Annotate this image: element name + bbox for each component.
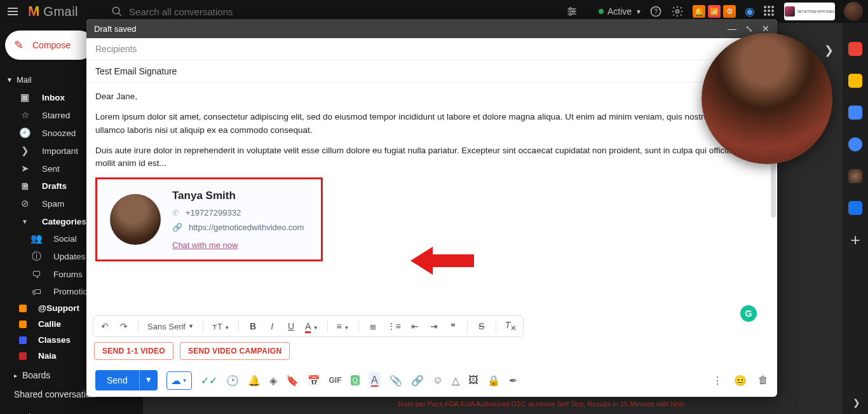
caret-right-icon: ▸ xyxy=(14,372,17,379)
compose-header[interactable]: Draft saved — ⤡ ✕ xyxy=(86,19,777,38)
collapse-panel-icon[interactable]: ❯ xyxy=(853,397,860,408)
label-color-icon xyxy=(19,321,27,328)
insert-image-icon[interactable]: 🖼 xyxy=(468,375,478,386)
extension-face-icon[interactable]: 😐 xyxy=(734,375,747,387)
signature-chat-link[interactable]: Chat with me now xyxy=(172,239,304,252)
email-paragraph: Duis aute irure dolor in reprehenderit i… xyxy=(95,144,768,170)
font-size-button[interactable]: ᴛT ▼ xyxy=(212,322,229,331)
gif-icon[interactable]: GIF xyxy=(329,376,342,385)
reminder-icon[interactable]: 🔔 xyxy=(248,375,261,387)
gmail-addon-icon[interactable] xyxy=(848,42,862,56)
subject-field[interactable]: Test Email Signature xyxy=(86,60,777,83)
gmail-m-icon: M xyxy=(28,3,39,20)
sent-icon: ➤ xyxy=(19,163,31,174)
keep-icon[interactable] xyxy=(848,74,862,88)
settings-icon[interactable] xyxy=(671,5,684,18)
bulleted-list-button[interactable]: ⋮≡ xyxy=(387,321,401,331)
drive-icon[interactable]: △ xyxy=(452,375,459,387)
send-more-options[interactable]: ▼ xyxy=(139,370,158,390)
insert-link-icon[interactable]: 🔗 xyxy=(411,375,424,387)
minimize-icon[interactable]: — xyxy=(728,24,736,34)
sidebar-item-label: Important xyxy=(42,146,78,156)
inbox-icon: ▣ xyxy=(19,92,31,103)
attach-icon[interactable]: 📎 xyxy=(390,375,402,387)
sidebar-item-label: @Support xyxy=(38,303,79,313)
extension-q-icon[interactable]: Q xyxy=(351,375,360,385)
emoji-icon[interactable]: ☺ xyxy=(433,375,443,386)
remove-formatting-button[interactable]: T✕ xyxy=(505,320,517,333)
close-icon[interactable]: ✕ xyxy=(762,24,770,34)
signature-edit-icon[interactable]: ✒ xyxy=(509,375,517,387)
account-avatar[interactable] xyxy=(844,2,863,21)
underline-button[interactable]: U xyxy=(286,321,296,331)
cloudhq-icon[interactable]: ☁ ▼ xyxy=(166,371,192,390)
pencil-icon: ✎ xyxy=(14,38,24,52)
extension-globe-icon[interactable]: ◉ xyxy=(745,4,755,18)
ext-chart-icon[interactable]: 📶 xyxy=(708,5,721,18)
indent-more-button[interactable]: ⇥ xyxy=(429,321,439,331)
send-video-campaign-button[interactable]: SEND VIDEO CAMPAIGN xyxy=(180,342,290,360)
chat-status[interactable]: Active ▼ xyxy=(599,6,642,17)
ext-bell-icon[interactable]: 🔔 xyxy=(693,5,705,18)
fullscreen-icon[interactable]: ⤡ xyxy=(745,24,753,34)
indent-less-button[interactable]: ⇤ xyxy=(410,321,420,331)
align-button[interactable]: ≡ ▼ xyxy=(337,321,349,331)
support-icon[interactable]: ? xyxy=(649,5,662,18)
compose-header-title: Draft saved xyxy=(94,24,136,34)
italic-button[interactable]: I xyxy=(267,321,277,331)
sidebar-item-label: Drafts xyxy=(42,181,67,191)
svg-point-7 xyxy=(569,13,571,15)
quote-button[interactable]: ❝ xyxy=(448,321,458,331)
search-input[interactable] xyxy=(129,6,383,17)
search-icon[interactable] xyxy=(111,6,123,17)
redo-button[interactable]: ↷ xyxy=(119,321,129,331)
compose-button[interactable]: ✎ Compose xyxy=(5,31,94,60)
signature-phone: +19727299332 xyxy=(186,207,241,219)
compose-action-bar: Send ▼ ☁ ▼ ✓✓ 🕑 🔔 ◈ 🔖 📅 GIF Q A 📎 🔗 ☺ △ … xyxy=(86,365,777,397)
strikethrough-button[interactable]: S xyxy=(477,321,487,331)
search-options-icon[interactable] xyxy=(566,5,578,18)
add-addon-button[interactable]: + xyxy=(848,233,862,247)
undo-button[interactable]: ↶ xyxy=(100,321,110,331)
svg-line-1 xyxy=(118,13,121,16)
presenter-webcam-overlay xyxy=(702,33,832,164)
text-color-button[interactable]: A ▼ xyxy=(305,321,318,331)
extension-icons[interactable]: 🔔 📶 ⚙ xyxy=(693,5,736,18)
read-receipt-icon[interactable]: ✓✓ xyxy=(201,375,217,387)
google-apps-icon[interactable] xyxy=(764,6,775,17)
formatting-toggle-icon[interactable]: A xyxy=(369,372,381,389)
bookmark-icon[interactable]: 🔖 xyxy=(286,375,299,387)
ext-gear-icon[interactable]: ⚙ xyxy=(723,5,736,18)
grammarly-icon[interactable]: G xyxy=(740,305,757,322)
sidebar-chat[interactable]: ▸Chat xyxy=(0,406,143,414)
confidential-icon[interactable]: 🔒 xyxy=(487,375,500,387)
status-dot-icon xyxy=(599,9,604,14)
sidebar-item-label: Naia xyxy=(38,351,57,361)
calendar-icon[interactable]: 📅 xyxy=(308,375,320,387)
star-icon: ☆ xyxy=(19,109,31,121)
right-side-panel: + ❯ xyxy=(843,23,868,414)
gmail-text: Gmail xyxy=(43,4,78,19)
addon-avatar-icon[interactable] xyxy=(848,169,862,183)
discard-draft-icon[interactable]: 🗑 xyxy=(758,375,768,386)
main-menu-icon[interactable] xyxy=(5,4,20,19)
send-1-1-video-button[interactable]: SEND 1-1 VIDEO xyxy=(94,342,173,360)
recipients-field[interactable]: Recipients xyxy=(86,38,777,60)
gmail-logo[interactable]: M Gmail xyxy=(28,3,78,20)
send-button[interactable]: Send xyxy=(95,370,139,390)
next-page-icon[interactable]: ❯ xyxy=(824,43,834,57)
brand-logo-icon xyxy=(785,6,795,17)
contacts-icon[interactable] xyxy=(848,137,862,151)
brand-account-card[interactable]: GET NOTICED WITH VIDEO xyxy=(784,3,835,20)
templates-icon[interactable]: ◈ xyxy=(269,375,277,387)
bold-button[interactable]: B xyxy=(248,321,258,331)
tasks-icon[interactable] xyxy=(848,106,862,120)
compose-label: Compose xyxy=(32,40,71,50)
svg-point-0 xyxy=(112,7,119,14)
font-picker[interactable]: Sans Serif ▼ xyxy=(147,322,194,331)
schedule-icon[interactable]: 🕑 xyxy=(226,375,239,387)
more-options-icon[interactable]: ⋮ xyxy=(712,375,722,387)
numbered-list-button[interactable]: ≣ xyxy=(368,321,378,331)
compose-body[interactable]: Dear Jane, Lorem ipsum dolor sit amet, c… xyxy=(86,83,777,313)
meet-addon-icon[interactable] xyxy=(848,201,862,215)
